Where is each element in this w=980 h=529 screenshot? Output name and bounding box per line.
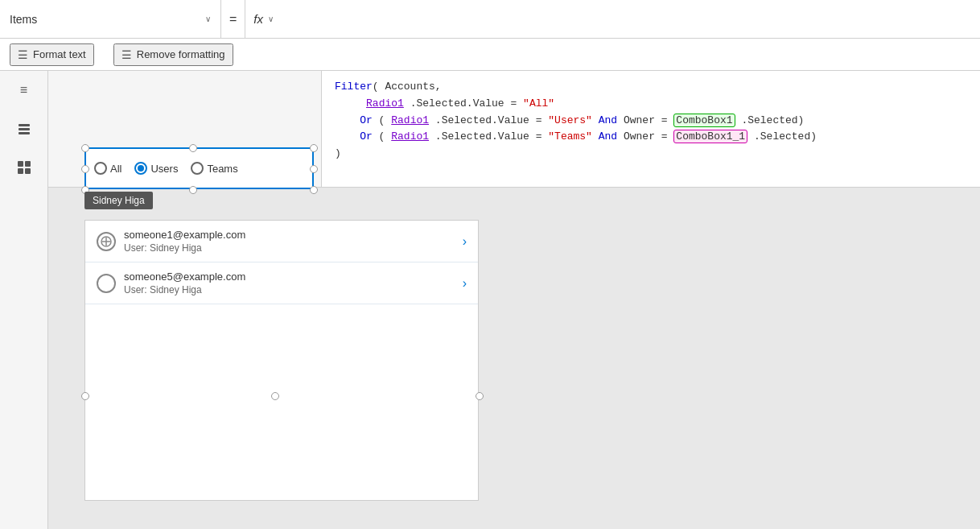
formula-line-3: Or ( Radio1 .Selected.Value = "Users" An… — [335, 113, 967, 130]
radio-option-teams[interactable]: Teams — [191, 162, 237, 175]
radio-circle-users — [134, 162, 147, 175]
formula-line-1: Filter( Accounts, — [335, 79, 967, 96]
radio-option-users[interactable]: Users — [134, 162, 178, 175]
radio-label-all: All — [110, 163, 121, 175]
resize-handle-bc[interactable] — [189, 186, 197, 194]
fx-icon: fx — [253, 12, 263, 26]
list-item-chevron-1: › — [463, 234, 467, 249]
chevron-down-icon: ∨ — [205, 14, 211, 23]
format-toolbar: ☰ Format text ☰ Remove formatting — [0, 39, 980, 71]
formula-line-4: Or ( Radio1 .Selected.Value = "Teams" An… — [335, 129, 967, 146]
list-item-user-1: User: Sidney Higa — [124, 242, 463, 254]
resize-handle-list-ml[interactable] — [81, 392, 89, 400]
radio-circle-all — [94, 162, 107, 175]
canvas-area: Filter( Accounts, Radio1 .Selected.Value… — [48, 71, 980, 529]
format-text-button[interactable]: ☰ Format text — [10, 43, 94, 66]
svg-rect-2 — [19, 132, 30, 134]
resize-handle-tr[interactable] — [310, 144, 318, 152]
list-item[interactable]: someone1@example.com User: Sidney Higa › — [85, 221, 478, 262]
list-item-icon-1 — [97, 232, 116, 251]
resize-handle-tc[interactable] — [189, 144, 197, 152]
formula-line-5: ) — [335, 146, 967, 163]
radio-group-control: All Users Teams — [84, 147, 314, 189]
list-item-email-2: someone5@example.com — [124, 271, 463, 283]
list-item-content-1: someone1@example.com User: Sidney Higa — [124, 229, 463, 254]
main-content: ≡ Filter( Accounts, — [0, 71, 980, 529]
radio-circle-teams — [191, 162, 204, 175]
resize-handle-list-mr[interactable] — [476, 392, 484, 400]
svg-rect-5 — [18, 168, 23, 174]
top-bar: Items ∨ = fx ∨ — [0, 0, 980, 39]
equals-sign: = — [221, 0, 245, 39]
sidebar-layers-icon[interactable] — [11, 116, 37, 142]
resize-handle-br[interactable] — [310, 186, 318, 194]
svg-rect-0 — [19, 124, 30, 126]
resize-handle-tl[interactable] — [81, 144, 89, 152]
resize-handle-ml[interactable] — [81, 165, 89, 173]
remove-formatting-button[interactable]: ☰ Remove formatting — [113, 43, 233, 66]
svg-rect-4 — [25, 161, 31, 167]
list-item-icon-2 — [97, 274, 116, 293]
svg-rect-6 — [25, 168, 31, 174]
list-container: someone1@example.com User: Sidney Higa ›… — [84, 220, 479, 501]
radio-label-teams: Teams — [207, 163, 237, 175]
remove-formatting-icon: ☰ — [121, 48, 132, 61]
list-item-chevron-2: › — [463, 276, 467, 291]
sidebar-menu-icon[interactable]: ≡ — [11, 77, 37, 103]
radio-option-all[interactable]: All — [94, 162, 121, 175]
format-text-icon: ☰ — [18, 48, 28, 61]
resize-handle-list-mc[interactable] — [271, 392, 279, 400]
list-item-content-2: someone5@example.com User: Sidney Higa — [124, 271, 463, 295]
list-item[interactable]: someone5@example.com User: Sidney Higa › — [85, 262, 478, 304]
list-item-email-1: someone1@example.com — [124, 229, 463, 241]
radio1-ref-3: Radio1 — [391, 130, 429, 143]
formula-line-2: Radio1 .Selected.Value = "All" — [335, 96, 967, 113]
tooltip: Sidney Higa — [84, 192, 153, 209]
format-text-label: Format text — [33, 48, 86, 60]
left-sidebar: ≡ — [0, 71, 48, 529]
combobox1-1-ref: ComboBox1_1 — [673, 130, 747, 143]
list-item-user-2: User: Sidney Higa — [124, 284, 463, 295]
resize-handle-mr[interactable] — [310, 165, 318, 173]
formula-bar[interactable]: fx ∨ — [245, 0, 980, 39]
property-label: Items — [10, 13, 199, 26]
sidebar-components-icon[interactable] — [11, 155, 37, 180]
radio1-ref-2: Radio1 — [391, 114, 429, 126]
formula-code: Filter( Accounts, Radio1 .Selected.Value… — [322, 71, 980, 188]
radio1-ref-1: Radio1 — [366, 97, 404, 110]
combobox1-ref: ComboBox1 — [673, 114, 735, 127]
filter-keyword: Filter — [335, 81, 373, 93]
radio-label-users: Users — [150, 163, 178, 175]
svg-rect-3 — [18, 161, 23, 167]
formula-chevron-icon: ∨ — [268, 14, 274, 23]
property-dropdown[interactable]: Items ∨ — [0, 0, 221, 39]
remove-formatting-label: Remove formatting — [137, 48, 225, 60]
svg-rect-1 — [19, 128, 30, 130]
